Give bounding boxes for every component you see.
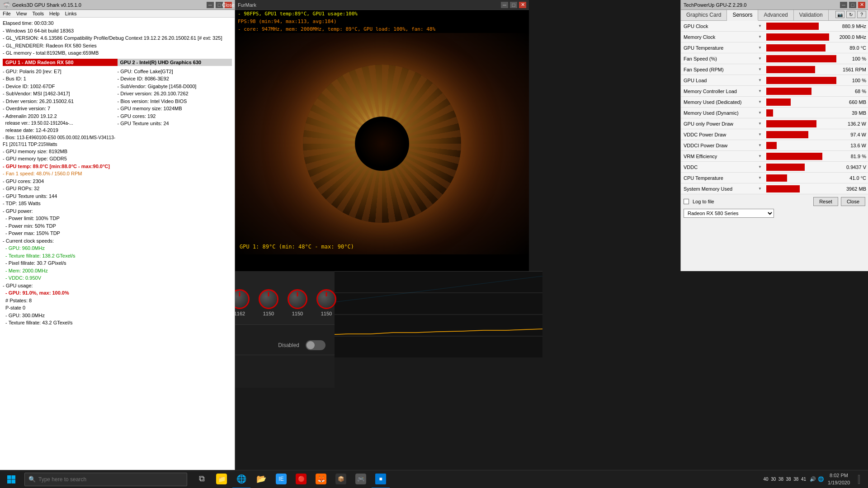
taskbar-app-7[interactable]: 🦊 — [312, 470, 330, 488]
sensor-arrow-10[interactable]: ▼ — [758, 132, 762, 136]
close-button[interactable]: Close — [841, 197, 865, 206]
voltage-knob-10[interactable] — [259, 289, 278, 309]
knob-value-12: 1150 — [321, 311, 332, 316]
furmark-header3: - core: 947MHz, mem: 2000MHz, temp: 89°C… — [235, 25, 529, 33]
taskbar-app-6[interactable]: 🔴 — [292, 470, 310, 488]
furmark-header2: FPS:98 (min:94, max:113, avg:184) — [235, 18, 529, 25]
start-button[interactable] — [0, 470, 23, 488]
system-clock[interactable]: 8:02 PM 1/19/2020 — [828, 472, 850, 486]
sensor-arrow-13[interactable]: ▼ — [758, 165, 762, 169]
sensor-arrow-4[interactable]: ▼ — [758, 67, 762, 71]
sensor-bar-container-4 — [764, 64, 841, 75]
sensor-row-13: VDDC ▼ 0.9437 V — [681, 162, 868, 173]
sensor-arrow-3[interactable]: ▼ — [758, 56, 762, 61]
gpu-z-icon-3[interactable]: ? — [857, 11, 866, 18]
gpu-z-minimize[interactable]: ─ — [840, 2, 847, 8]
svg-rect-5 — [7, 475, 11, 479]
taskbar-task-view[interactable]: ⧉ — [193, 470, 211, 488]
taskbar-app-8[interactable]: 📦 — [332, 470, 350, 488]
sensor-arrow-7[interactable]: ▼ — [758, 100, 762, 104]
taskbar-folder[interactable]: 📂 — [252, 470, 270, 488]
sensor-arrow-1[interactable]: ▼ — [758, 35, 762, 39]
sensor-arrow-14[interactable]: ▼ — [758, 176, 762, 180]
furmark-close[interactable]: ✕ — [519, 2, 526, 8]
gpu-z-close[interactable]: ✕ — [858, 2, 865, 8]
sensor-bar-container-13 — [764, 162, 841, 172]
sensor-value-11: 13.6 W — [841, 143, 868, 148]
sensor-bar-container-5 — [764, 75, 841, 85]
sensor-label-12: VRM Efficiency ▼ — [681, 153, 764, 160]
furmark-eye-graphic — [303, 65, 461, 223]
sensor-bar-container-7 — [764, 97, 841, 107]
gpu-z-icon-2[interactable]: ↻ — [846, 11, 855, 18]
app6-icon: 🔴 — [296, 474, 307, 484]
menu-tools[interactable]: Tools — [32, 11, 44, 16]
sensor-arrow-0[interactable]: ▼ — [758, 24, 762, 28]
sensor-row-15: System Memory Used ▼ 3962 MB — [681, 183, 868, 194]
knob-value-9: 1162 — [234, 311, 245, 316]
sensor-row-2: GPU Temperature ▼ 89.0 °C — [681, 42, 868, 53]
sensor-label-9: GPU only Power Draw ▼ — [681, 120, 764, 127]
taskbar-app-10[interactable]: ■ — [372, 470, 390, 488]
menu-help[interactable]: Help — [49, 11, 60, 16]
sensor-value-4: 1561 RPM — [841, 67, 868, 72]
voltage-knob-12[interactable] — [316, 289, 336, 309]
sensor-label-14: CPU Temperature ▼ — [681, 174, 764, 182]
show-desktop-button[interactable] — [854, 470, 864, 488]
gpu-z-maximize[interactable]: □ — [849, 2, 856, 8]
sensor-value-14: 41.0 °C — [841, 175, 868, 181]
log-to-file-checkbox[interactable] — [684, 199, 689, 204]
elapsed-time: Elapsed time: 00:03:30 — [3, 19, 232, 27]
search-input[interactable] — [38, 476, 183, 483]
sensor-arrow-11[interactable]: ▼ — [758, 143, 762, 147]
sensor-value-12: 81.9 % — [841, 154, 868, 159]
sensor-label-11: VDDCI Power Draw ▼ — [681, 142, 764, 149]
tab-graphics-card[interactable]: Graphics Card — [681, 10, 727, 20]
furmark-header1: - 98FPS, GPU1 temp:89°C, GPU1 usage:100% — [235, 10, 529, 18]
taskbar-chrome[interactable]: 🌐 — [232, 470, 250, 488]
sensor-bar-container-2 — [764, 42, 841, 53]
gpu-z-icon-1[interactable]: 📷 — [835, 11, 844, 18]
taskbar-app-9[interactable]: 🎮 — [352, 470, 370, 488]
log-to-file-label: Log to file — [693, 199, 714, 204]
tab-validation[interactable]: Validation — [794, 10, 829, 20]
taskbar-app-5[interactable]: IE — [272, 470, 290, 488]
sensor-arrow-5[interactable]: ▼ — [758, 78, 762, 82]
speaker-icon[interactable]: 🔊 — [810, 476, 816, 482]
sensor-arrow-9[interactable]: ▼ — [758, 122, 762, 126]
sensor-arrow-15[interactable]: ▼ — [758, 187, 762, 191]
vram-toggle[interactable] — [306, 340, 326, 350]
log-to-file-row: Log to file Reset Close — [684, 197, 865, 206]
sensor-value-0: 880.9 MHz — [841, 23, 868, 29]
network-icon[interactable]: 🌐 — [818, 476, 824, 482]
sensor-bar-15 — [766, 185, 800, 192]
minimize-button[interactable]: ─ — [207, 2, 214, 8]
gpu2-header: GPU 2 - Intel(R) UHD Graphics 630 — [118, 59, 232, 66]
sensor-arrow-2[interactable]: ▼ — [758, 46, 762, 50]
voltage-knob-11[interactable] — [288, 289, 307, 309]
sensor-arrow-6[interactable]: ▼ — [758, 89, 762, 93]
menu-view[interactable]: View — [16, 11, 27, 16]
furmark-iris — [355, 117, 409, 171]
sensor-arrow-12[interactable]: ▼ — [758, 154, 762, 158]
furmark-maximize[interactable]: □ — [510, 2, 517, 8]
gpu-selector[interactable]: Radeon RX 580 Series — [684, 209, 774, 218]
app8-icon: 📦 — [335, 474, 346, 484]
sensor-label-13: VDDC ▼ — [681, 164, 764, 171]
taskbar-search-box[interactable]: 🔍 — [24, 473, 187, 486]
sensor-arrow-8[interactable]: ▼ — [758, 111, 762, 115]
furmark-canvas[interactable]: GPU 1: 89°C (min: 48°C - max: 90°C) — [235, 33, 529, 254]
close-button[interactable]: Close — [225, 2, 232, 8]
tab-advanced[interactable]: Advanced — [758, 10, 793, 20]
sensor-bar-11 — [766, 142, 777, 149]
sensor-row-6: Memory Controller Load ▼ 68 % — [681, 86, 868, 97]
menu-links[interactable]: Links — [65, 11, 77, 16]
reset-button[interactable]: Reset — [813, 197, 838, 206]
gpu1-header: GPU 1 - AMD Radeon RX 580 — [3, 59, 118, 66]
taskbar-file-explorer[interactable]: 📁 — [212, 470, 231, 488]
furmark-minimize[interactable]: ─ — [501, 2, 508, 8]
sensor-row-12: VRM Efficiency ▼ 81.9 % — [681, 151, 868, 162]
menu-file[interactable]: File — [3, 11, 11, 16]
tab-sensors[interactable]: Sensors — [727, 10, 758, 21]
clock-date: 1/19/2020 — [828, 479, 850, 486]
